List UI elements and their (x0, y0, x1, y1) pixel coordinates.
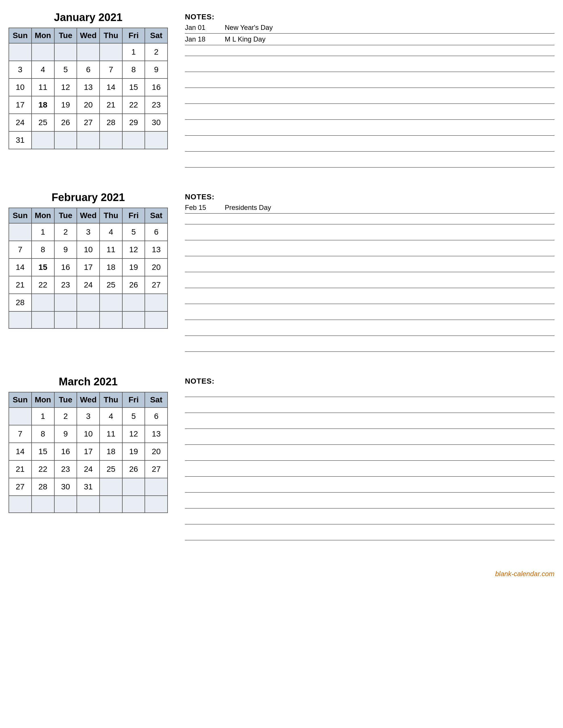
cal-day-1-3-4: 25 (100, 276, 122, 294)
notes-block-2: NOTES: (185, 376, 554, 547)
cal-day-2-1-3: 10 (77, 425, 100, 443)
cal-day-2-3-2: 23 (54, 460, 77, 478)
cal-day-2-3-5: 26 (122, 460, 145, 478)
cal-day-2-5-2 (54, 496, 77, 513)
notes-line-1-8 (185, 343, 554, 352)
cal-day-1-3-1: 22 (32, 276, 54, 294)
notes-label-2: NOTES: (185, 377, 554, 386)
cal-day-0-4-0: 24 (9, 114, 32, 131)
cal-day-2-3-6: 27 (145, 460, 167, 478)
cal-day-1-5-0 (9, 311, 32, 328)
cal-day-2-2-1: 15 (32, 443, 54, 460)
cal-day-0-2-6: 16 (145, 78, 167, 96)
cal-day-1-0-5: 5 (122, 223, 145, 241)
cal-day-2-0-0 (9, 408, 32, 425)
holiday-name-1-0: Presidents Day (225, 204, 554, 212)
cal-day-1-0-3: 3 (77, 223, 100, 241)
cal-day-2-5-5 (122, 496, 145, 513)
cal-day-2-1-0: 7 (9, 425, 32, 443)
cal-day-0-2-4: 14 (100, 78, 122, 96)
notes-line-2-4 (185, 452, 554, 461)
cal-day-0-0-5: 1 (122, 43, 145, 61)
cal-day-2-2-0: 14 (9, 443, 32, 460)
cal-day-1-5-1 (32, 311, 54, 328)
notes-line-1-6 (185, 311, 554, 320)
day-header-Sun: Sun (9, 28, 32, 43)
cal-day-1-3-6: 27 (145, 276, 167, 294)
month-section-0: January 2021SunMonTueWedThuFriSat1234567… (9, 11, 554, 174)
notes-label-1: NOTES: (185, 193, 554, 201)
cal-day-2-4-3: 31 (77, 478, 100, 496)
notes-line-2-5 (185, 468, 554, 477)
cal-day-1-5-6 (145, 311, 167, 328)
notes-line-0-6 (185, 142, 554, 152)
holiday-row-0-1: Jan 18M L King Day (185, 35, 554, 45)
notes-line-2-2 (185, 420, 554, 429)
cal-day-0-5-3 (77, 131, 100, 149)
cal-day-1-3-3: 24 (77, 276, 100, 294)
notes-line-1-3 (185, 263, 554, 272)
day-header-Wed: Wed (77, 392, 100, 408)
holiday-row-0-0: Jan 01New Year's Day (185, 24, 554, 34)
cal-day-0-2-3: 13 (77, 78, 100, 96)
cal-day-2-2-2: 16 (54, 443, 77, 460)
cal-day-1-1-5: 12 (122, 241, 145, 258)
cal-day-2-2-3: 17 (77, 443, 100, 460)
cal-day-1-1-0: 7 (9, 241, 32, 258)
cal-day-2-4-4 (100, 478, 122, 496)
cal-day-0-1-1: 4 (32, 61, 54, 78)
notes-label-0: NOTES: (185, 13, 554, 21)
notes-block-0: NOTES:Jan 01New Year's DayJan 18M L King… (185, 11, 554, 174)
cal-day-2-4-0: 27 (9, 478, 32, 496)
cal-day-2-0-1: 1 (32, 408, 54, 425)
cal-day-2-0-4: 4 (100, 408, 122, 425)
day-header-Mon: Mon (32, 392, 54, 408)
cal-day-0-1-6: 9 (145, 61, 167, 78)
notes-line-2-7 (185, 499, 554, 508)
cal-day-0-4-3: 27 (77, 114, 100, 131)
cal-day-0-1-0: 3 (9, 61, 32, 78)
cal-day-0-3-1: 18 (32, 96, 54, 114)
month-title-1: February 2021 (9, 191, 168, 204)
cal-day-2-5-0 (9, 496, 32, 513)
holiday-date-1-0: Feb 15 (185, 204, 213, 212)
cal-day-2-4-1: 28 (32, 478, 54, 496)
cal-day-2-5-1 (32, 496, 54, 513)
cal-day-0-4-6: 30 (145, 114, 167, 131)
calendar-block-0: January 2021SunMonTueWedThuFriSat1234567… (9, 11, 168, 149)
day-header-Sat: Sat (145, 392, 167, 408)
holiday-date-0-1: Jan 18 (185, 35, 213, 43)
cal-day-2-5-6 (145, 496, 167, 513)
cal-day-1-1-3: 10 (77, 241, 100, 258)
cal-day-0-1-4: 7 (100, 61, 122, 78)
cal-day-2-0-3: 3 (77, 408, 100, 425)
cal-day-1-5-4 (100, 311, 122, 328)
cal-day-0-3-2: 19 (54, 96, 77, 114)
cal-day-1-3-2: 23 (54, 276, 77, 294)
notes-line-1-0 (185, 215, 554, 224)
cal-day-0-4-4: 28 (100, 114, 122, 131)
cal-day-2-1-6: 13 (145, 425, 167, 443)
cal-day-0-0-2 (54, 43, 77, 61)
page-container: January 2021SunMonTueWedThuFriSat1234567… (9, 11, 554, 578)
notes-line-1-7 (185, 327, 554, 336)
cal-day-1-2-0: 14 (9, 258, 32, 276)
cal-day-2-1-5: 12 (122, 425, 145, 443)
cal-day-2-3-3: 24 (77, 460, 100, 478)
notes-line-2-3 (185, 436, 554, 445)
cal-day-1-1-1: 8 (32, 241, 54, 258)
notes-line-1-4 (185, 279, 554, 288)
cal-day-0-1-3: 6 (77, 61, 100, 78)
notes-line-1-1 (185, 231, 554, 240)
cal-day-0-5-5 (122, 131, 145, 149)
cal-day-1-2-5: 19 (122, 258, 145, 276)
notes-line-0-3 (185, 95, 554, 104)
cal-day-1-5-2 (54, 311, 77, 328)
notes-line-0-7 (185, 158, 554, 167)
cal-day-2-4-2: 30 (54, 478, 77, 496)
cal-day-0-0-1 (32, 43, 54, 61)
holiday-date-0-0: Jan 01 (185, 24, 213, 32)
notes-line-2-0 (185, 388, 554, 397)
cal-day-0-5-6 (145, 131, 167, 149)
cal-day-2-3-4: 25 (100, 460, 122, 478)
